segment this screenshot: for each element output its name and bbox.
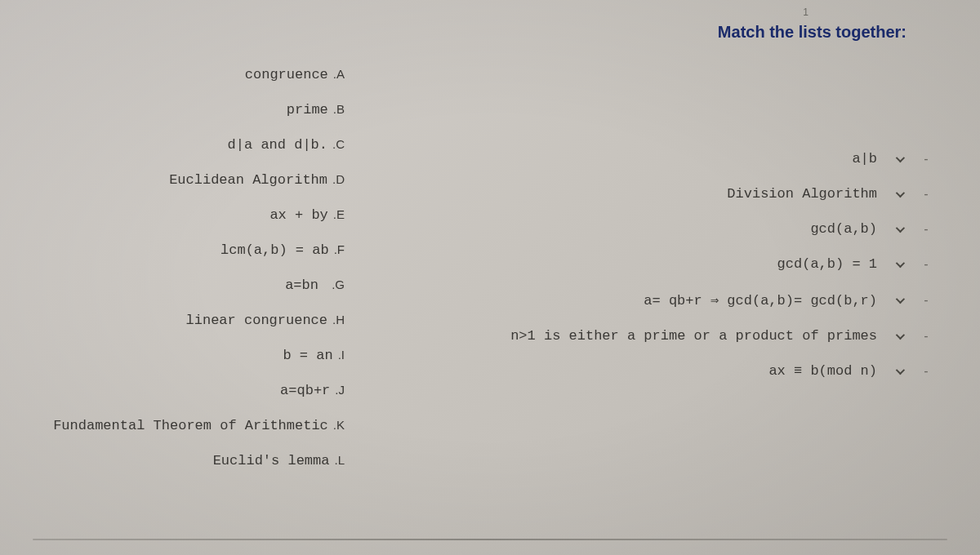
match-row: n>1 is either a prime or a product of pr… — [474, 328, 931, 344]
chevron-down-icon — [896, 188, 905, 197]
list-item: a=qb+r.J — [0, 383, 351, 398]
left-item-text: lcm(a,b) = ab — [220, 242, 329, 258]
match-dropdown[interactable] — [892, 365, 906, 378]
dash-label: - — [921, 187, 931, 202]
list-item: Fundamental Theorem of Arithmetic.K — [0, 418, 351, 433]
match-text: a= qb+r ⇒ gcd(a,b)= gcd(b,r) — [644, 291, 877, 309]
list-item: Euclid's lemma.L — [0, 453, 351, 468]
dash-label: - — [921, 293, 931, 308]
left-item-text: b = an — [283, 348, 332, 363]
chevron-down-icon — [896, 153, 905, 162]
left-item-tag: .H — [332, 313, 345, 326]
dash-label: - — [921, 257, 931, 272]
right-list: a|b - Division Algorithm - gcd(a,b) - gc… — [474, 151, 931, 379]
match-dropdown[interactable] — [892, 258, 906, 271]
list-item: linear congruence.H — [0, 313, 351, 328]
left-item-text: prime — [287, 102, 328, 118]
match-row: gcd(a,b) - — [474, 221, 931, 237]
left-item-text: Euclid's lemma — [213, 453, 330, 468]
match-row: a= qb+r ⇒ gcd(a,b)= gcd(b,r) - — [474, 291, 931, 309]
match-text: gcd(a,b) — [810, 221, 877, 237]
match-dropdown[interactable] — [892, 223, 906, 236]
left-item-tag: .E — [333, 207, 345, 221]
match-text: a|b — [852, 151, 877, 166]
dash-label: - — [921, 222, 931, 237]
left-item-tag: .F — [334, 242, 345, 256]
list-item: d|a and d|b..C — [0, 137, 351, 153]
list-item: congruence.A — [0, 67, 351, 82]
chevron-down-icon — [896, 365, 905, 374]
left-item-tag: .B — [333, 102, 345, 116]
left-item-text: a=qb+r — [280, 383, 330, 398]
match-text: n>1 is either a prime or a product of pr… — [510, 328, 877, 344]
left-item-text: Euclidean Algorithm — [169, 172, 327, 188]
list-item: b = an.I — [0, 348, 351, 363]
dash-label: - — [921, 364, 931, 379]
list-item: lcm(a,b) = ab.F — [0, 242, 351, 258]
dash-label: - — [921, 152, 931, 166]
divider — [33, 539, 947, 540]
left-item-text: a=bn — [285, 278, 327, 293]
left-list: congruence.A prime.B d|a and d|b..C Eucl… — [0, 67, 351, 468]
list-item: a=bn .G — [0, 278, 351, 293]
left-item-tag: .J — [335, 383, 345, 397]
match-dropdown[interactable] — [892, 330, 906, 343]
dash-label: - — [921, 329, 931, 344]
list-item: ax + by.E — [0, 207, 351, 223]
match-row: gcd(a,b) = 1 - — [474, 256, 931, 272]
match-dropdown[interactable] — [892, 153, 906, 166]
page-number: 1 — [803, 7, 808, 18]
left-item-tag: .I — [338, 348, 345, 362]
left-item-text: d|a and d|b. — [228, 137, 327, 153]
left-item-text: ax + by — [270, 207, 327, 223]
left-item-text: linear congruence — [186, 313, 327, 328]
left-item-tag: .D — [332, 172, 345, 186]
left-item-text: Fundamental Theorem of Arithmetic — [53, 418, 328, 433]
match-row: ax ≡ b(mod n) - — [474, 363, 931, 379]
match-dropdown[interactable] — [892, 294, 906, 307]
left-item-tag: .G — [332, 278, 345, 291]
match-text: ax ≡ b(mod n) — [768, 363, 877, 379]
match-text: Division Algorithm — [727, 186, 877, 202]
left-item-tag: .K — [333, 418, 345, 432]
left-item-text: congruence — [245, 67, 328, 82]
match-row: Division Algorithm - — [474, 186, 931, 202]
match-row: a|b - — [474, 151, 931, 166]
page-title: Match the lists together: — [718, 23, 906, 42]
match-dropdown[interactable] — [892, 188, 906, 201]
chevron-down-icon — [896, 223, 905, 232]
list-item: Euclidean Algorithm.D — [0, 172, 351, 188]
chevron-down-icon — [896, 330, 905, 339]
left-item-tag: .A — [333, 67, 345, 81]
chevron-down-icon — [896, 294, 905, 303]
chevron-down-icon — [896, 258, 905, 267]
left-item-tag: .C — [332, 137, 345, 151]
list-item: prime.B — [0, 102, 351, 118]
left-item-tag: .L — [334, 453, 345, 467]
match-text: gcd(a,b) = 1 — [777, 256, 877, 272]
